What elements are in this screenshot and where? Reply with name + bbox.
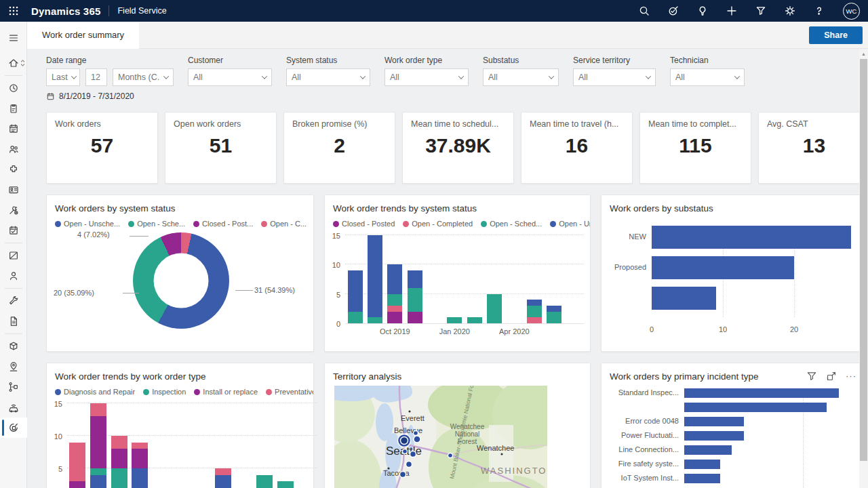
sidebar-item-assets[interactable] [0, 159, 27, 180]
bar-Proposed[interactable] [652, 256, 794, 279]
stacked-column-Feb 2020[interactable] [467, 317, 482, 323]
kpi-card[interactable]: Broken promise (%)2 [283, 112, 395, 184]
bar-segment[interactable] [527, 300, 542, 306]
sidebar-item-home[interactable] [0, 53, 27, 73]
legend-item[interactable]: Open - Sche... [128, 220, 185, 228]
user-avatar[interactable]: WC [843, 3, 860, 20]
bar-segment[interactable] [215, 468, 231, 475]
bar-segment[interactable] [69, 443, 85, 482]
legend-item[interactable]: Open - C... [261, 220, 307, 228]
legend-item[interactable]: Diagnosis and Repair [55, 388, 135, 396]
help-icon[interactable] [814, 5, 825, 16]
bar-unlabeled[interactable] [652, 287, 716, 310]
bar-segment[interactable] [348, 270, 363, 312]
sidebar-item-recent[interactable] [0, 78, 27, 98]
bar-segment[interactable] [408, 312, 422, 323]
stacked-column-May 2020[interactable] [256, 475, 273, 488]
bar-segment[interactable] [69, 481, 85, 488]
brand-title[interactable]: Dynamics 365 [31, 5, 100, 17]
kpi-card[interactable]: Mean time to schedul...37.89K [402, 112, 514, 184]
bar-NEW[interactable] [652, 226, 851, 249]
search-icon[interactable] [639, 5, 650, 16]
stacked-column-Jun 2020[interactable] [547, 306, 561, 323]
sidebar-item-territories[interactable] [0, 357, 27, 377]
sidebar-item-work-orders[interactable] [0, 98, 27, 119]
scrollbar-thumb[interactable] [860, 59, 867, 461]
bar-segment[interactable] [368, 235, 382, 317]
filter-dropdown[interactable]: All [384, 68, 469, 86]
bar-segment[interactable] [132, 449, 148, 468]
focus-mode-icon[interactable] [826, 371, 837, 382]
check-circle-icon[interactable] [668, 5, 679, 16]
legend-item[interactable]: Open - Sched... [481, 220, 542, 228]
bar-segment[interactable] [111, 436, 127, 449]
plus-icon[interactable] [726, 5, 737, 16]
kpi-card[interactable]: Avg. CSAT13 [758, 112, 868, 184]
sidebar-item-menu[interactable] [0, 26, 27, 50]
bar-Fire safety syste...[interactable] [684, 460, 720, 469]
bar-segment[interactable] [277, 481, 294, 488]
filter-dropdown[interactable]: All [188, 68, 272, 86]
stacked-column-Mar 2020[interactable] [487, 294, 502, 323]
sidebar-item-bookings[interactable] [0, 220, 27, 241]
filter-dropdown[interactable]: All [670, 68, 745, 86]
stacked-column-Jun 2020[interactable] [277, 481, 294, 488]
bar-Error code 0048[interactable] [684, 417, 744, 426]
date-count-input[interactable]: 12 [85, 68, 107, 86]
sidebar-item-network[interactable] [0, 377, 27, 397]
bar-Power Fluctuati...[interactable] [684, 431, 744, 441]
bar-segment[interactable] [90, 468, 106, 475]
legend-item[interactable]: Open - Completed [403, 220, 473, 228]
bar-segment[interactable] [487, 294, 502, 323]
stacked-column-May 2020[interactable] [527, 300, 542, 323]
legend-item[interactable]: Closed - Posted [333, 220, 395, 228]
bar-segment[interactable] [527, 317, 542, 323]
lightbulb-icon[interactable] [697, 5, 708, 16]
bar-segment[interactable] [387, 306, 402, 312]
stacked-column-Oct 2019[interactable] [387, 264, 402, 323]
legend-item[interactable]: Open - Unsche... [55, 220, 120, 228]
date-unit-dropdown[interactable]: Months (C... [113, 68, 174, 86]
sidebar-item-document[interactable] [0, 311, 27, 331]
date-mode-dropdown[interactable]: Last [46, 68, 80, 86]
filter-icon[interactable] [755, 5, 766, 16]
kpi-card[interactable]: Open work orders51 [165, 112, 277, 184]
legend-item[interactable]: Closed - Post... [193, 220, 253, 228]
stacked-column-Nov 2019[interactable] [408, 270, 422, 323]
app-launcher-icon[interactable] [5, 3, 22, 19]
bar-segment[interactable] [387, 264, 402, 293]
bar-segment[interactable] [90, 475, 106, 488]
legend-item[interactable]: Preventative Mai... [266, 388, 313, 396]
bar-segment[interactable] [547, 312, 561, 323]
sidebar-item-wrench[interactable] [0, 291, 27, 311]
bar-segment[interactable] [132, 443, 148, 449]
bar-segment[interactable] [256, 475, 273, 488]
bar-segment[interactable] [132, 468, 148, 488]
sidebar-item-id-card[interactable] [0, 180, 27, 200]
stacked-column-Sep 2019[interactable] [368, 235, 382, 323]
sidebar-item-schedule[interactable] [0, 119, 27, 139]
legend-item[interactable]: Open - Unsc... [550, 220, 590, 228]
bar-Standard Inspec...[interactable] [684, 388, 839, 398]
sidebar-item-person[interactable] [0, 266, 27, 286]
bar-segment[interactable] [467, 317, 482, 323]
kpi-card[interactable]: Mean time to travel (h...16 [521, 112, 633, 184]
stacked-column-Jan 2020[interactable] [447, 317, 462, 323]
sidebar-item-resources[interactable] [0, 139, 27, 159]
sidebar-item-analytics[interactable] [0, 418, 27, 438]
bar-IoT System Inst...[interactable] [684, 474, 720, 483]
bar-segment[interactable] [547, 306, 561, 312]
kpi-card[interactable]: Work orders57 [46, 112, 158, 184]
stacked-column-Nov 2019[interactable] [132, 443, 148, 488]
tab-work-order-summary[interactable]: Work order summary [27, 22, 139, 49]
filter-dropdown[interactable]: All [573, 68, 656, 86]
sidebar-item-fleet[interactable] [0, 397, 27, 418]
more-options-icon[interactable]: ··· [846, 373, 856, 379]
bar-segment[interactable] [215, 475, 231, 488]
bar-segment[interactable] [408, 288, 422, 312]
bar-segment[interactable] [111, 468, 127, 488]
bar-segment[interactable] [368, 317, 382, 323]
bar-segment[interactable] [447, 317, 462, 323]
sidebar-item-products[interactable] [0, 336, 27, 357]
stacked-column-Aug 2019[interactable] [348, 270, 363, 323]
